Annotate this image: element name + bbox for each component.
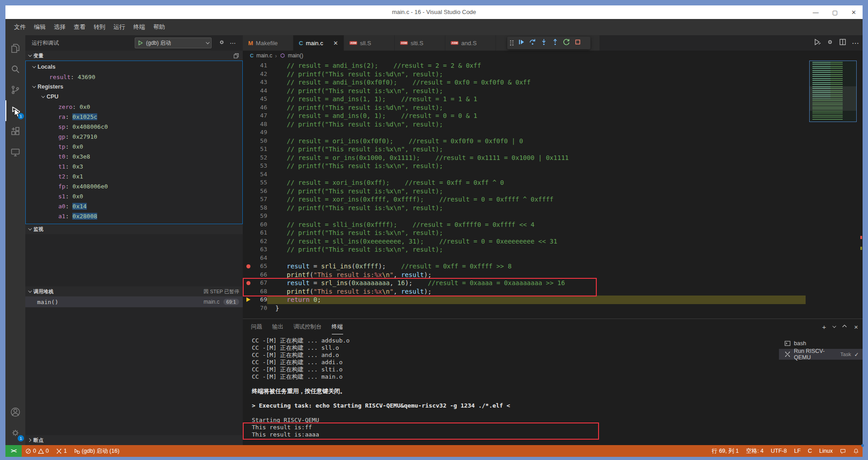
register-row[interactable]: t2: 0x1 (26, 171, 242, 181)
remote-explorer-icon[interactable] (5, 142, 25, 163)
menu-item-运行[interactable]: 运行 (109, 19, 129, 35)
gutter[interactable] (243, 103, 254, 112)
register-row[interactable]: t1: 0x3 (26, 161, 242, 171)
debug-session-indicator[interactable]: (gdb) 启动 (16) (71, 445, 123, 457)
terminal-dropdown-icon[interactable] (832, 324, 836, 328)
editor-more-icon[interactable]: ⋯ (852, 39, 859, 47)
ports-indicator[interactable]: 1 (52, 445, 71, 457)
run-debug-icon[interactable]: 1 (5, 100, 25, 121)
settings-gear-icon[interactable]: 1 (5, 422, 25, 443)
code-line-42[interactable]: 42 // printf("This result is:%d\n", resu… (243, 70, 863, 79)
problems-indicator[interactable]: 0 0 (22, 445, 52, 457)
code-line-41[interactable]: 41 // result = andi_ins(2); //result = 2… (243, 61, 863, 70)
code-line-62[interactable]: 62 // result = sll_ins(0xeeeeeeee, 31); … (243, 237, 863, 246)
gutter[interactable] (243, 254, 254, 263)
continue-button[interactable] (518, 38, 525, 47)
step-over-button[interactable] (529, 38, 536, 47)
gutter[interactable] (243, 87, 254, 95)
remote-indicator[interactable]: >< (5, 445, 22, 457)
register-row[interactable]: sp: 0x408006c0 (26, 122, 242, 131)
drag-handle-icon[interactable] (510, 40, 514, 46)
code-line-56[interactable]: 56 // printf("This result is:%x\n", resu… (243, 187, 863, 196)
tab-sll.S[interactable]: ASMsll.S (344, 35, 395, 51)
registers-section[interactable]: Registers (26, 82, 242, 92)
locals-section[interactable]: Locals (26, 62, 242, 72)
gutter[interactable] (243, 120, 254, 129)
code-line-67[interactable]: 67 result = srl_ins(0xaaaaaaaa, 16); //r… (243, 279, 863, 287)
cpu-section[interactable]: CPU (26, 92, 242, 102)
code-line-51[interactable]: 51 // printf("This result is:%x\n", resu… (243, 145, 863, 154)
register-row[interactable]: t0: 0x3e8 (26, 151, 242, 161)
debug-settings-gear-icon[interactable] (216, 39, 227, 47)
search-icon[interactable] (5, 59, 25, 80)
code-line-64[interactable]: 64 (243, 254, 863, 263)
gutter[interactable] (243, 187, 254, 196)
stop-button[interactable] (574, 38, 581, 47)
tab-Makefile[interactable]: MMakefile (243, 35, 293, 51)
code-line-66[interactable]: 66 printf("This result is:%x\n", result)… (243, 271, 863, 279)
gutter[interactable] (243, 178, 254, 187)
panel-tab-终端[interactable]: 终端 (332, 319, 343, 334)
code-line-53[interactable]: 53 // printf("This result is:%x\n", resu… (243, 162, 863, 170)
gutter[interactable] (243, 128, 254, 137)
panel-tab-问题[interactable]: 问题 (251, 319, 262, 334)
gutter[interactable] (243, 287, 254, 296)
local-variable-row[interactable]: result: 43690 (26, 72, 242, 82)
code-line-60[interactable]: 60 // result = slli_ins(0xffff); //resul… (243, 221, 863, 229)
code-line-43[interactable]: 43 // result = andi_ins(0xf0f0); //resul… (243, 78, 863, 87)
close-button[interactable]: ✕ (851, 9, 856, 16)
indentation-indicator[interactable]: 空格: 4 (742, 445, 767, 457)
breadcrumb-symbol[interactable]: main() (288, 52, 303, 59)
editor-gear-icon[interactable] (826, 38, 834, 47)
stack-frame-row[interactable]: main() main.c 69:1 (25, 296, 243, 307)
gutter[interactable] (243, 137, 254, 146)
code-line-63[interactable]: 63 // printf("This result is:%x\n", resu… (243, 245, 863, 254)
start-debug-icon[interactable] (138, 40, 143, 46)
debug-config-dropdown[interactable]: (gdb) 启动 (135, 38, 212, 48)
code-line-45[interactable]: 45 // result = and_ins(1, 1); //result =… (243, 95, 863, 103)
menu-item-文件[interactable]: 文件 (10, 19, 30, 35)
gutter[interactable] (243, 154, 254, 162)
tab-and.S[interactable]: ASMand.S (445, 35, 496, 51)
gutter[interactable] (243, 304, 254, 313)
close-panel-icon[interactable]: × (854, 323, 858, 331)
gutter[interactable] (243, 145, 254, 154)
notifications-bell-icon[interactable] (849, 445, 863, 457)
explorer-icon[interactable] (5, 38, 25, 59)
code-line-48[interactable]: 48 // printf("This result is:%d\n", resu… (243, 120, 863, 129)
gutter[interactable] (243, 61, 254, 70)
variables-tree[interactable]: Localsresult: 43690RegistersCPUzero: 0x0… (25, 61, 243, 224)
step-into-button[interactable] (540, 38, 547, 47)
code-line-59[interactable]: 59 (243, 212, 863, 221)
code-line-49[interactable]: 49 (243, 128, 863, 137)
call-stack-section-header[interactable]: 调用堆栈 因 STEP 已暂停 (25, 286, 243, 296)
register-row[interactable]: s1: 0x0 (26, 191, 242, 201)
step-out-button[interactable] (552, 38, 559, 47)
close-icon[interactable]: ✕ (333, 40, 338, 47)
account-icon[interactable] (5, 402, 25, 422)
gutter[interactable] (243, 170, 254, 179)
menu-item-编辑[interactable]: 编辑 (30, 19, 50, 35)
language-indicator[interactable]: C (804, 445, 816, 457)
breakpoint-gutter[interactable] (243, 262, 254, 271)
gutter[interactable] (243, 70, 254, 79)
split-editor-icon[interactable] (839, 38, 846, 47)
gutter[interactable] (243, 271, 254, 279)
minimap[interactable] (809, 61, 857, 122)
current-line-gutter[interactable] (243, 296, 254, 304)
gutter[interactable] (243, 229, 254, 237)
terminal-list-item-bash[interactable]: bash (779, 338, 863, 349)
more-actions-icon[interactable]: ⋯ (227, 39, 238, 47)
code-line-68[interactable]: 68 printf("This result is:%x\n", result)… (243, 287, 863, 296)
tab-slti.S[interactable]: ASMslti.S (395, 35, 445, 51)
code-line-47[interactable]: 47 // result = and_ins(0, 1); //result =… (243, 112, 863, 120)
breadcrumb-file[interactable]: main.c (256, 52, 272, 59)
gutter[interactable] (243, 195, 254, 204)
menu-item-帮助[interactable]: 帮助 (149, 19, 169, 35)
variables-section-header[interactable]: 变量 (25, 51, 243, 61)
terminal-output[interactable]: CC -[M] 正在构建 ... addsub.oCC -[M] 正在构建 ..… (243, 334, 779, 445)
watch-section-header[interactable]: 监视 (25, 224, 243, 234)
eol-indicator[interactable]: LF (790, 445, 804, 457)
code-line-69[interactable]: 69 return 0; (243, 296, 863, 304)
maximize-panel-icon[interactable] (841, 323, 848, 331)
